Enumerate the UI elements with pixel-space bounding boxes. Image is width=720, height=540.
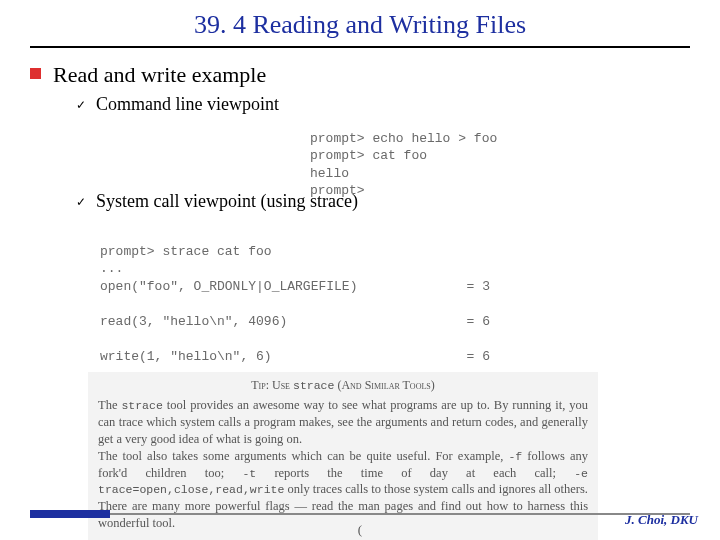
lvl1-text: Read and write example bbox=[53, 62, 266, 88]
footer-line-icon bbox=[110, 513, 690, 515]
code-line: hello bbox=[310, 166, 349, 181]
tip-title: Tip: Use strace (And Similar Tools) bbox=[98, 378, 588, 393]
code-line: write(1, "hello\n", 6)= 6 bbox=[100, 348, 490, 366]
code-line: open("foo", O_RDONLY|O_LARGEFILE)= 3 bbox=[100, 278, 490, 296]
code-line: prompt> cat foo bbox=[310, 148, 427, 163]
code-line: read(3, "hello\n", 4096)= 6 bbox=[100, 313, 490, 331]
footer-accent-icon bbox=[30, 510, 110, 518]
page-number: ( bbox=[0, 522, 720, 538]
tip-paragraph-1: The strace tool provides an awesome way … bbox=[98, 397, 588, 448]
code-line: ... bbox=[100, 261, 123, 276]
check-icon: ✓ bbox=[76, 98, 86, 112]
slide-title: 39. 4 Reading and Writing Files bbox=[0, 0, 720, 40]
square-bullet-icon bbox=[30, 68, 41, 79]
code-line: prompt> echo hello > foo bbox=[310, 131, 497, 146]
check-icon: ✓ bbox=[76, 195, 86, 209]
footer-rule bbox=[30, 510, 690, 518]
code-line: prompt> bbox=[310, 183, 365, 198]
bullet-lvl1: Read and write example bbox=[30, 62, 690, 88]
code-command-line: prompt> echo hello > foo prompt> cat foo… bbox=[310, 112, 497, 200]
code-line: prompt> strace cat foo bbox=[100, 244, 272, 259]
tip-paragraph-2: The tool also takes some arguments which… bbox=[98, 448, 588, 532]
lvl2a-text: Command line viewpoint bbox=[96, 94, 279, 115]
